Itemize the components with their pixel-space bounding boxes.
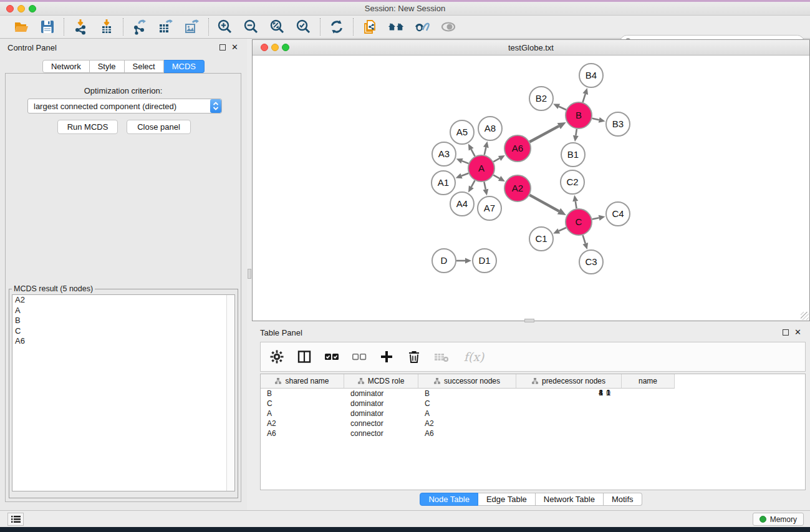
edge-arrowhead <box>483 142 489 148</box>
network-graph[interactable]: B4B2BB3A5A8A6B1A3AC2A1A2A4A7C4CC1C3DD1 <box>253 56 809 321</box>
tab-mcds[interactable]: MCDS <box>164 60 205 73</box>
delete-icon[interactable] <box>407 349 422 365</box>
hierarchy-icon <box>434 378 440 384</box>
horizontal-splitter-grip[interactable] <box>524 319 534 322</box>
select-all-icon[interactable] <box>324 349 339 365</box>
vertical-splitter[interactable] <box>247 39 252 510</box>
import-network-icon[interactable] <box>72 18 89 36</box>
graph-edge-C-C3[interactable] <box>583 235 586 243</box>
graph-edge-B-B2[interactable] <box>559 107 566 110</box>
criterion-dropdown[interactable]: largest connected component (directed) <box>27 99 222 114</box>
graph-edge-A-A3[interactable] <box>462 161 469 163</box>
graph-edge-A-A2[interactable] <box>493 175 499 178</box>
graph-edge-C-C1[interactable] <box>559 228 566 231</box>
graph-edge-B-B3[interactable] <box>592 118 599 120</box>
tab-network-table[interactable]: Network Table <box>536 493 604 506</box>
graph-edge-C-C4[interactable] <box>592 218 599 219</box>
export-network-icon[interactable] <box>131 18 148 36</box>
add-column-icon[interactable] <box>379 349 394 365</box>
mcds-result-item[interactable]: C <box>12 326 234 337</box>
mcds-result-item[interactable]: B <box>12 316 234 326</box>
graph-edge-A-A4[interactable] <box>471 180 475 186</box>
copy-network-icon[interactable] <box>361 18 378 36</box>
graph-edge-A2-C[interactable] <box>529 195 559 211</box>
graph-node-label: B4 <box>586 70 597 80</box>
graph-node-label: C2 <box>566 177 578 187</box>
eye-icon <box>440 18 457 36</box>
node-table[interactable]: shared nameMCDS rolesuccessor nodesprede… <box>260 374 806 490</box>
float-panel-icon[interactable] <box>219 44 226 51</box>
network-canvas[interactable]: B4B2BB3A5A8A6B1A3AC2A1A2A4A7C4CC1C3DD1 <box>253 56 809 321</box>
column-header-predecessor-nodes[interactable]: predecessor nodes <box>516 374 622 388</box>
graph-edge-C-C2[interactable] <box>576 201 577 209</box>
columns-icon[interactable] <box>297 349 312 365</box>
graph-edge-B-B4[interactable] <box>583 94 586 102</box>
mcds-result-item[interactable]: A2 <box>12 295 234 306</box>
scrollbar-track[interactable] <box>226 295 234 491</box>
cell-MCDS-role: connector <box>344 419 418 428</box>
zoom-fit-icon[interactable] <box>269 18 286 36</box>
edge-arrowhead <box>599 215 605 221</box>
cell-name: C <box>418 399 471 408</box>
splitter-grip[interactable] <box>248 269 251 279</box>
gear-icon[interactable] <box>269 349 284 365</box>
app-title: Session: New Session <box>0 4 810 13</box>
table-row[interactable]: A6connector11A6 <box>261 428 805 438</box>
memory-label: Memory <box>770 515 797 524</box>
tab-motifs[interactable]: Motifs <box>604 493 642 506</box>
control-panel-title: Control Panel <box>7 43 57 52</box>
function-builder-icon: f(x) <box>461 349 486 365</box>
tab-node-table[interactable]: Node Table <box>420 493 478 506</box>
zoom-in-icon[interactable] <box>216 18 234 36</box>
float-table-panel-icon[interactable] <box>783 329 789 336</box>
mcds-result-item[interactable]: A6 <box>12 336 234 347</box>
graph-edge-A-A5[interactable] <box>471 149 475 156</box>
column-header-MCDS-role[interactable]: MCDS role <box>344 374 418 388</box>
refresh-icon[interactable] <box>328 18 345 36</box>
mcds-result-title: MCDS result (5 nodes) <box>12 284 95 293</box>
graph-edge-A-A8[interactable] <box>485 147 486 155</box>
zoom-selected-icon[interactable] <box>295 18 312 36</box>
table-header: shared nameMCDS rolesuccessor nodesprede… <box>261 374 675 389</box>
column-header-name[interactable]: name <box>622 374 675 388</box>
column-header-shared-name[interactable]: shared name <box>261 374 344 388</box>
network-window: testGlobe.txt B4B2BB3A5A8A6B1A3AC2A1A2A4… <box>252 39 810 321</box>
tab-select[interactable]: Select <box>125 60 164 73</box>
tab-edge-table[interactable]: Edge Table <box>478 493 536 506</box>
memory-button[interactable]: Memory <box>753 513 804 526</box>
export-table-icon[interactable] <box>157 18 175 36</box>
column-header-successor-nodes[interactable]: successor nodes <box>418 374 516 388</box>
graph-edge-A-A7[interactable] <box>484 182 485 190</box>
mcds-result-list[interactable]: A2ABCA6 <box>12 294 235 491</box>
main-area: Control Panel ✕ NetworkStyleSelectMCDS O… <box>0 39 810 510</box>
cell-MCDS-role: dominator <box>344 399 418 408</box>
import-table-icon[interactable] <box>98 18 115 36</box>
graph-node-label: D1 <box>478 255 490 266</box>
tab-style[interactable]: Style <box>90 60 125 73</box>
open-session-icon[interactable] <box>12 18 30 36</box>
save-session-icon[interactable] <box>39 18 56 36</box>
main-toolbar <box>0 16 810 39</box>
tab-network[interactable]: Network <box>42 60 90 73</box>
run-mcds-button[interactable]: Run MCDS <box>57 120 118 134</box>
graph-edge-A6-B[interactable] <box>529 126 559 142</box>
graph-edge-A-A1[interactable] <box>461 173 468 176</box>
export-image-icon[interactable] <box>183 18 201 36</box>
hierarchy-icon <box>532 378 538 384</box>
cell-predecessor-nodes: 1 <box>513 389 618 490</box>
task-history-button[interactable] <box>7 513 24 526</box>
graph-edge-B-B1[interactable] <box>576 129 577 136</box>
home-icon[interactable] <box>387 18 405 36</box>
cell-shared-name: A6 <box>261 429 344 438</box>
close-panel-icon[interactable]: ✕ <box>231 43 238 52</box>
close-table-panel-icon[interactable]: ✕ <box>794 328 801 337</box>
close-panel-button[interactable]: Close panel <box>127 120 191 134</box>
hide-glasses-icon[interactable] <box>413 18 431 36</box>
zoom-out-icon[interactable] <box>243 18 260 36</box>
cell-MCDS-role: connector <box>344 429 418 438</box>
mcds-result-item[interactable]: A <box>12 306 234 316</box>
edge-arrowhead <box>599 117 605 123</box>
resize-grip[interactable] <box>801 312 809 320</box>
deselect-all-icon[interactable] <box>352 349 367 365</box>
graph-edge-A-A6[interactable] <box>493 158 499 162</box>
